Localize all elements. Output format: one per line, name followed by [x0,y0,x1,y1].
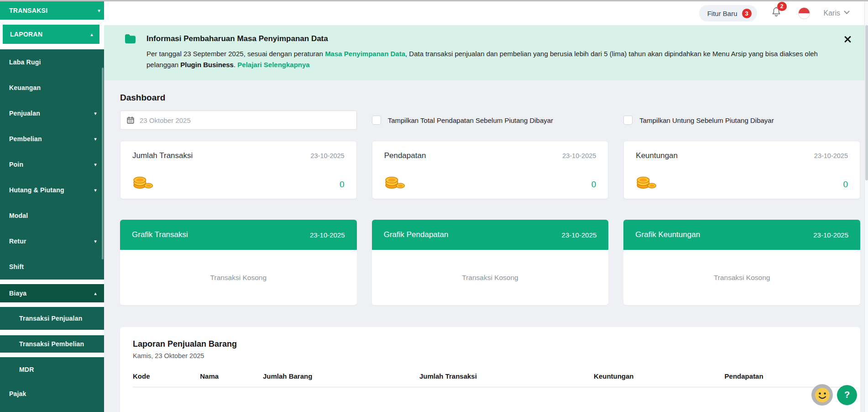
sidebar-item-penjualan[interactable]: Penjualan ▾ [0,100,104,126]
sidebar-item-pajak[interactable]: Pajak [0,382,104,412]
sidebar-item-label: TRANSAKSI [9,7,47,14]
fitur-baru-label: Fitur Baru [707,10,737,17]
sidebar-submenu-laporan: Laba Rugi Keuangan Penjualan ▾ Pembelian… [0,49,104,412]
page-title: Dashboard [120,93,860,103]
sidebar-item-label: Keuangan [9,84,41,91]
report-subtitle: Kamis, 23 Oktober 2025 [133,352,847,359]
top-bar: Fitur Baru 3 2 Karis [104,1,864,25]
sidebar-item-label: LAPORAN [10,31,42,38]
sidebar-item-retur[interactable]: Retur ▾ [0,228,104,254]
chart-card-title: Grafik Transaksi [132,230,188,239]
dashboard-content: Dashboard 23 Oktober 2025 Tampilkan Tota… [104,80,864,412]
sidebar-item-label: Penjualan [9,110,40,117]
stat-card-title: Pendapatan [384,151,426,160]
chart-empty-text: Transaksi Kosong [462,274,518,282]
sidebar-scrollbar[interactable] [102,68,104,259]
sidebar-item-label: Shift [9,263,24,270]
smiley-icon [815,387,830,403]
chart-card-grafik-transaksi: Grafik Transaksi 23-10-2025 Transaksi Ko… [120,220,357,305]
sidebar-item-transaksi[interactable]: TRANSAKSI ▾ [0,1,104,20]
banner-text-segment: Per tanggal 23 September 2025, sesuai de… [146,50,325,58]
chevron-down-icon: ▾ [98,8,100,13]
sidebar-item-transaksi-pembelian[interactable]: Transaksi Pembelian [0,335,104,353]
coins-icon [636,173,657,190]
close-icon[interactable] [843,35,852,43]
column-header-jumlah-transaksi: Jumlah Transaksi [419,372,594,380]
chevron-down-icon: ▾ [94,188,97,193]
date-filter-input[interactable]: 23 Oktober 2025 [120,111,357,130]
column-header-pendapatan: Pendapatan [725,372,847,380]
sidebar-item-transaksi-penjualan[interactable]: Transaksi Penjualan [0,307,104,330]
stat-card-value: 0 [843,180,848,190]
sidebar-item-mdr[interactable]: MDR [0,357,104,382]
chart-cards-row: Grafik Transaksi 23-10-2025 Transaksi Ko… [120,220,860,305]
user-name: Karis [824,9,840,17]
column-header-kode: Kode [133,372,200,380]
sidebar-item-label: Pajak [9,390,26,397]
sidebar-item-laba-rugi[interactable]: Laba Rugi [0,49,104,75]
sidebar-item-label: Modal [9,212,28,219]
banner-content: Informasi Pembaharuan Masa Penyimpanan D… [146,34,823,70]
help-button[interactable]: ? [837,385,857,405]
sidebar-item-biaya[interactable]: Biaya ▴ [0,284,104,302]
floating-buttons: ? [811,384,857,406]
sidebar-item-label: Retur [9,238,26,245]
sidebar-item-laporan[interactable]: LAPORAN ▴ [3,25,99,44]
checkbox-untung[interactable]: Tampilkan Untung Sebelum Piutang Dibayar [623,116,860,125]
stat-card-date: 23-10-2025 [562,152,596,159]
chevron-down-icon: ▾ [94,137,97,142]
sidebar-item-label: Laba Rugi [9,58,41,66]
sidebar-item-hutang-piutang[interactable]: Hutang & Piutang ▾ [0,177,104,203]
chevron-up-icon: ▴ [90,32,93,37]
stat-card-pendapatan: Pendapatan 23-10-2025 0 [372,141,609,199]
stat-card-value: 0 [591,180,596,190]
chart-card-date: 23-10-2025 [813,231,848,239]
sidebar-item-pembelian[interactable]: Pembelian ▾ [0,126,104,152]
chevron-down-icon: ▾ [94,162,97,167]
sidebar-item-label: Transaksi Pembelian [19,340,84,348]
sidebar-item-shift[interactable]: Shift [0,254,104,280]
column-header-jumlah-barang: Jumlah Barang [263,372,419,380]
filter-row: 23 Oktober 2025 Tampilkan Total Pendapat… [120,111,860,130]
sidebar-item-keuangan[interactable]: Keuangan [0,75,104,100]
pelajari-selengkapnya-link[interactable]: Pelajari Selengkapnya [237,61,309,69]
fitur-baru-badge: 3 [742,9,752,18]
banner-title: Informasi Pembaharuan Masa Penyimpanan D… [146,34,823,43]
sidebar-item-label: Biaya [9,290,26,297]
folder-icon [124,33,136,44]
stat-card-value: 0 [340,180,345,190]
chart-card-grafik-pendapatan: Grafik Pendapatan 23-10-2025 Transaksi K… [372,220,609,305]
sidebar-item-label: Poin [9,161,23,168]
checkbox-label: Tampilkan Total Pendapatan Sebelum Piuta… [388,116,553,124]
calendar-icon [127,116,134,124]
checkbox-label: Tampilkan Untung Sebelum Piutang Dibayar [639,116,774,124]
chart-empty-text: Transaksi Kosong [210,274,267,282]
fitur-baru-button[interactable]: Fitur Baru 3 [699,5,757,21]
sidebar-item-label: MDR [19,366,34,373]
sidebar-item-poin[interactable]: Poin ▾ [0,152,104,177]
notifications-button[interactable]: 2 [771,6,782,20]
page-scrollbar[interactable] [864,1,868,412]
language-flag-indonesia-icon[interactable] [798,7,810,19]
date-filter-value: 23 Oktober 2025 [140,116,191,124]
banner-text: Per tanggal 23 September 2025, sesuai de… [146,48,823,70]
stat-card-keuntungan: Keuntungan 23-10-2025 0 [623,141,860,199]
checkbox-total-pendapatan[interactable]: Tampilkan Total Pendapatan Sebelum Piuta… [372,116,609,125]
chevron-down-icon [844,8,850,14]
stat-card-title: Jumlah Transaksi [132,151,193,160]
chevron-down-icon: ▾ [94,111,97,116]
stat-card-title: Keuntungan [636,151,678,160]
sidebar-item-label: Transaksi Penjualan [19,315,82,322]
scrollbar-thumb[interactable] [865,25,868,180]
chart-card-date: 23-10-2025 [562,231,597,239]
user-menu[interactable]: Karis [824,9,849,17]
chart-card-grafik-keuntungan: Grafik Keuntungan 23-10-2025 Transaksi K… [623,220,860,305]
report-title: Laporan Penjualan Barang [133,339,847,349]
chevron-down-icon: ▾ [94,239,97,244]
feedback-button[interactable] [811,384,833,406]
chart-card-date: 23-10-2025 [310,231,345,239]
checkbox-icon[interactable] [623,116,633,125]
masa-penyimpanan-data-link[interactable]: Masa Penyimpanan Data [325,50,405,58]
checkbox-icon[interactable] [372,116,381,125]
sidebar-item-modal[interactable]: Modal [0,203,104,228]
